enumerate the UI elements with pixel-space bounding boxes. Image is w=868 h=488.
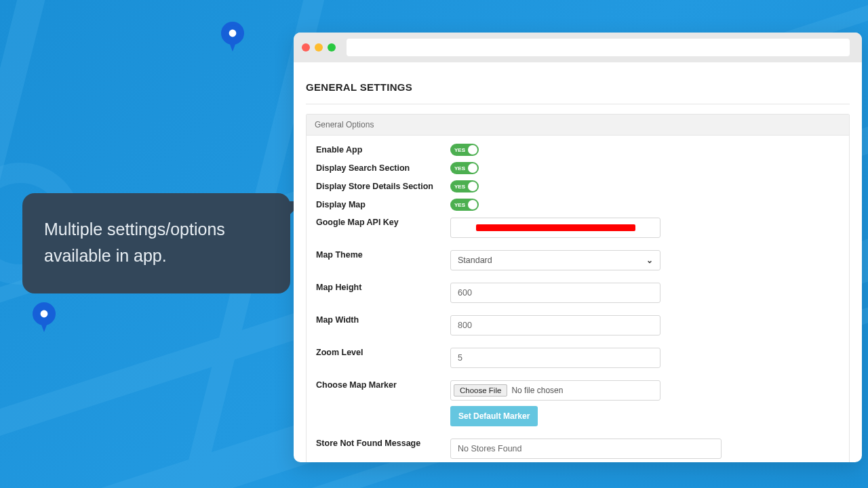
display-store-details-label: Display Store Details Section [316,182,450,191]
choose-marker-label: Choose Map Marker [316,380,450,390]
browser-titlebar [294,33,862,62]
map-width-input[interactable]: 800 [450,315,660,336]
display-map-label: Display Map [316,200,450,209]
chevron-down-icon: ⌄ [646,256,653,265]
map-height-label: Map Height [316,283,450,292]
divider [306,104,850,104]
not-found-label: Store Not Found Message [316,439,450,448]
map-pin-icon [221,22,244,45]
feature-callout: Multiple settings/options available in a… [22,193,290,293]
zoom-level-label: Zoom Level [316,348,450,357]
choose-file-button[interactable]: Choose File [454,384,507,396]
browser-window: GENERAL SETTINGS General Options Enable … [294,33,862,462]
map-height-input[interactable]: 600 [450,283,660,303]
general-options-panel: General Options Enable App YES Display S… [306,114,850,462]
map-width-label: Map Width [316,315,450,325]
display-store-details-toggle[interactable]: YES [450,180,479,192]
page-title: GENERAL SETTINGS [306,77,850,104]
enable-app-label: Enable App [316,145,450,155]
api-key-input[interactable] [450,218,660,238]
map-pin-icon [33,302,56,325]
zoom-level-input[interactable]: 5 [450,348,660,368]
choose-marker-file-input[interactable]: Choose File No file chosen [450,380,660,401]
callout-text: Multiple settings/options available in a… [44,220,225,265]
file-status: No file chosen [511,386,563,395]
window-minimize-button[interactable] [315,43,323,52]
enable-app-toggle[interactable]: YES [450,144,479,156]
not-found-input[interactable]: No Stores Found [450,439,722,459]
map-theme-select[interactable]: Standard ⌄ [450,250,660,270]
browser-urlbar[interactable] [347,39,850,56]
api-key-label: Google Map API Key [316,218,450,227]
map-theme-label: Map Theme [316,250,450,260]
window-zoom-button[interactable] [328,43,336,52]
display-map-toggle[interactable]: YES [450,199,479,211]
display-search-label: Display Search Section [316,163,450,173]
map-theme-value: Standard [458,256,492,265]
display-search-toggle[interactable]: YES [450,162,479,174]
panel-header: General Options [307,115,849,136]
set-default-marker-button[interactable]: Set Default Marker [450,406,538,426]
window-close-button[interactable] [302,43,310,52]
